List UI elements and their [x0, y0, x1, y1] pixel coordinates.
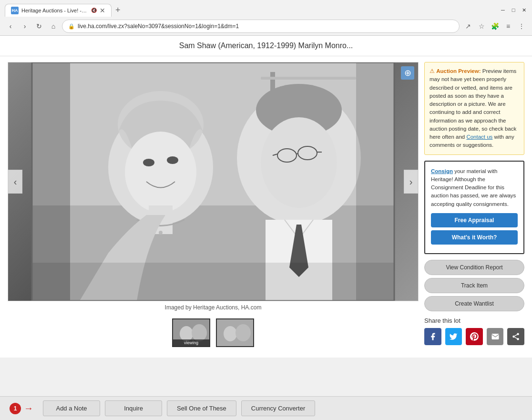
image-section: ⊕ ‹ › Imaged by Heritage Auctions, HA.co… — [8, 62, 419, 352]
svg-point-33 — [512, 336, 515, 338]
tab-title: Heritage Auctions - Live! - S... — [21, 8, 88, 13]
share-twitter-icon[interactable] — [445, 328, 462, 345]
thumbnails: viewing — [8, 314, 419, 352]
thumb-label-1: viewing — [173, 339, 209, 346]
inquire-button[interactable]: Inquire — [105, 400, 162, 416]
address-bar-actions: ↗ ☆ 🧩 ≡ ⋮ — [462, 20, 527, 32]
svg-rect-24 — [32, 263, 394, 301]
share-page-icon[interactable]: ↗ — [462, 20, 474, 32]
maximize-button[interactable]: □ — [510, 7, 517, 13]
sell-one-button[interactable]: Sell One of These — [167, 400, 236, 416]
svg-point-9 — [143, 159, 154, 166]
svg-line-35 — [515, 337, 517, 338]
svg-point-28 — [192, 324, 207, 341]
warning-icon: ⚠ — [430, 68, 435, 74]
svg-point-8 — [125, 132, 196, 213]
svg-point-32 — [517, 333, 519, 335]
consign-box: Consign your material with Heritage! Alt… — [424, 161, 524, 254]
share-section: Share this lot — [424, 314, 524, 345]
svg-point-10 — [167, 156, 178, 164]
share-pinterest-icon[interactable] — [466, 328, 483, 345]
svg-line-18 — [297, 154, 298, 154]
thumbnail-1[interactable]: viewing — [172, 318, 210, 347]
forward-button[interactable]: › — [19, 20, 31, 32]
contact-us-link[interactable]: Contact us — [466, 134, 492, 140]
step-number: 1 — [10, 403, 21, 414]
title-bar: HA Heritage Auctions - Live! - S... 🔇 ✕ … — [0, 0, 532, 17]
active-tab[interactable]: HA Heritage Auctions - Live! - S... 🔇 ✕ — [5, 4, 112, 17]
main-image — [8, 62, 418, 301]
prev-image-button[interactable]: ‹ — [8, 170, 22, 194]
tab-bar: HA Heritage Auctions - Live! - S... 🔇 ✕ … — [5, 4, 124, 17]
consign-text: Consign your material with Heritage! Alt… — [431, 167, 518, 208]
svg-line-36 — [515, 335, 517, 336]
thumbnail-2[interactable] — [216, 318, 254, 347]
window-controls: ─ □ ✕ — [500, 7, 527, 13]
minimize-button[interactable]: ─ — [500, 7, 506, 13]
track-item-button[interactable]: Track Item — [424, 278, 524, 293]
image-wrapper: ⊕ ‹ › — [8, 62, 419, 301]
auction-preview-text: Preview items may not have yet been prop… — [430, 68, 516, 140]
share-more-icon[interactable] — [507, 328, 524, 345]
main-content: ⊕ ‹ › Imaged by Heritage Auctions, HA.co… — [0, 56, 532, 358]
url-bar[interactable]: 🔒 live.ha.com/live.zx?saleNo=3097&sessio… — [62, 20, 460, 33]
url-text: live.ha.com/live.zx?saleNo=3097&sessionN… — [78, 23, 453, 30]
image-caption: Imaged by Heritage Auctions, HA.com — [8, 301, 419, 314]
svg-point-30 — [224, 326, 237, 341]
add-note-button[interactable]: Add a Note — [43, 400, 100, 416]
home-button[interactable]: ⌂ — [48, 20, 59, 32]
step-indicator: 1 → — [10, 403, 33, 414]
close-window-button[interactable]: ✕ — [521, 7, 527, 13]
view-condition-report-button[interactable]: View Condition Report — [424, 260, 524, 275]
zoom-button[interactable]: ⊕ — [401, 66, 414, 80]
page-title: Sam Shaw (American, 1912-1999) Marilyn M… — [0, 36, 532, 56]
svg-point-34 — [517, 338, 519, 340]
bottom-bar: 1 → Add a Note Inquire Sell One of These… — [0, 396, 532, 420]
consign-link[interactable]: Consign — [431, 168, 453, 174]
currency-converter-button[interactable]: Currency Converter — [241, 400, 315, 416]
share-email-icon[interactable] — [487, 328, 504, 345]
profiles-icon[interactable]: ≡ — [502, 20, 514, 32]
page-title-text: Sam Shaw (American, 1912-1999) Marilyn M… — [179, 41, 353, 50]
lock-icon: 🔒 — [68, 23, 75, 30]
sidebar: ⚠ Auction Preview: Preview items may not… — [424, 62, 524, 352]
tab-close-icon[interactable]: ✕ — [100, 7, 105, 14]
share-icons — [424, 328, 524, 345]
create-wantlist-button[interactable]: Create Wantlist — [424, 296, 524, 311]
back-button[interactable]: ‹ — [5, 20, 16, 32]
auction-preview-box: ⚠ Auction Preview: Preview items may not… — [424, 62, 524, 155]
svg-point-31 — [235, 324, 251, 341]
refresh-button[interactable]: ↻ — [33, 20, 45, 32]
auction-preview-title: Auction Preview: — [436, 68, 481, 74]
bookmark-icon[interactable]: ☆ — [476, 20, 487, 32]
tab-audio-icon[interactable]: 🔇 — [91, 8, 97, 13]
browser-chrome: HA Heritage Auctions - Live! - S... 🔇 ✕ … — [0, 0, 532, 36]
more-icon[interactable]: ⋮ — [516, 20, 527, 32]
share-title: Share this lot — [424, 317, 524, 324]
svg-point-15 — [261, 117, 337, 208]
svg-point-12 — [159, 231, 163, 235]
free-appraisal-button[interactable]: Free Appraisal — [431, 213, 518, 227]
new-tab-button[interactable]: + — [112, 5, 124, 15]
svg-rect-5 — [261, 77, 356, 80]
share-facebook-icon[interactable] — [424, 328, 441, 345]
next-image-button[interactable]: › — [404, 170, 418, 194]
address-bar: ‹ › ↻ ⌂ 🔒 live.ha.com/live.zx?saleNo=309… — [0, 17, 532, 35]
whats-it-worth-button[interactable]: What's it Worth? — [431, 230, 518, 245]
tab-favicon: HA — [11, 7, 19, 14]
extensions-icon[interactable]: 🧩 — [489, 20, 501, 32]
step-arrow-icon: → — [24, 403, 33, 414]
